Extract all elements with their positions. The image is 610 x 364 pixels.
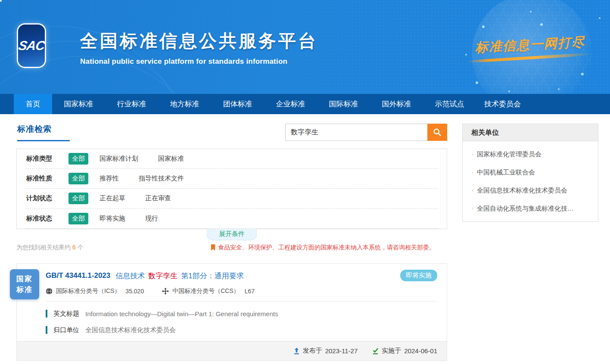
nav-item-pilot[interactable]: 示范试点 xyxy=(423,94,476,114)
brand-text: 全国标准信息公共服务平台 National public service pla… xyxy=(80,29,318,66)
status-badge: 即将实施 xyxy=(400,270,437,281)
list-bullet: · xyxy=(471,205,473,212)
type-badge-line2: 标准 xyxy=(16,284,33,295)
results-count: 为您找到相关结果约6个 xyxy=(16,244,84,252)
filter-option[interactable]: 正在审查 xyxy=(145,194,171,202)
nav-item-industry-standards[interactable]: 行业标准 xyxy=(105,94,158,114)
content-column: 标准检索 标准类型 全部 国家标准计划 国家标准 标准性质 全部 xyxy=(16,114,447,361)
filter-label: 标准类型 xyxy=(25,155,59,163)
classification-row: 国际标准分类号（ICS） 35.020 中国标准分类号（CCS） L67 xyxy=(46,287,437,295)
filter-option[interactable]: 正在起草 xyxy=(100,194,125,202)
sidebar-item-label: 国家标准化管理委员会 xyxy=(477,150,542,158)
site-title: 全国标准信息公共服务平台 xyxy=(80,29,318,53)
standard-title-part2[interactable]: 第1部分：通用要求 xyxy=(181,271,243,281)
implement-check-icon xyxy=(372,348,379,355)
nav-item-home[interactable]: 首页 xyxy=(14,94,52,114)
search-button[interactable] xyxy=(427,124,447,141)
filter-option[interactable]: 国家标准 xyxy=(158,155,184,163)
filter-row-standard-type: 标准类型 全部 国家标准计划 国家标准 xyxy=(25,149,438,169)
filter-panel: 标准类型 全部 国家标准计划 国家标准 标准性质 全部 推荐性 指导性技术文件 … xyxy=(16,149,447,229)
notice-banner: 食品安全、环境保护、工程建设方面的国家标准未纳入本系统，请咨询相关部委。 xyxy=(211,244,447,252)
standard-code-link[interactable]: GB/T 43441.1-2023 xyxy=(46,271,110,280)
main-content: 标准检索 标准类型 全部 国家标准计划 国家标准 标准性质 全部 xyxy=(0,114,610,364)
page-title: 标准检索 xyxy=(17,124,52,134)
search-input[interactable] xyxy=(285,124,427,141)
ics-value: 35.020 xyxy=(125,288,144,295)
results-count-prefix: 为您找到相关结果约 xyxy=(16,244,71,251)
filter-option[interactable]: 现行 xyxy=(145,215,158,223)
field-centralized-unit: 归口单位 全国信息技术标准化技术委员会 xyxy=(46,326,437,334)
bookmark-icon xyxy=(211,244,215,251)
implement-date-item: 实施于 2024-06-01 xyxy=(372,347,437,355)
filter-option[interactable]: 推荐性 xyxy=(100,174,119,183)
related-units-list: ·国家标准化管理委员会 ·中国机械工业联合会 ·全国信息技术标准化技术委员会 ·… xyxy=(463,141,598,221)
ccs-group: 中国标准分类号（CCS） L67 xyxy=(162,287,255,295)
standard-type-badge: 国家 标准 xyxy=(10,269,39,299)
filter-row-plan-status: 计划状态 全部 正在起草 正在审查 xyxy=(25,189,438,208)
list-bullet: · xyxy=(471,168,473,176)
filter-row-standard-nature: 标准性质 全部 推荐性 指导性技术文件 xyxy=(25,169,438,189)
filter-label: 标准状态 xyxy=(25,215,59,223)
publish-date: 2023-11-27 xyxy=(325,347,358,355)
globe-icon xyxy=(46,288,53,295)
nav-item-international-standards[interactable]: 国际标准 xyxy=(317,94,370,114)
field-marker-bar xyxy=(46,326,47,334)
site-subtitle: National public service platform for sta… xyxy=(80,57,318,66)
card-divider xyxy=(46,301,437,302)
sac-logo: SAC xyxy=(18,25,45,67)
related-units-panel: 相关单位 ·国家标准化管理委员会 ·中国机械工业联合会 ·全国信息技术标准化技术… xyxy=(462,124,598,222)
ccs-label: 中国标准分类号（CCS） xyxy=(172,287,240,295)
sidebar-item-automation-committee[interactable]: ·全国自动化系统与集成标准化技… xyxy=(463,199,598,218)
search-box xyxy=(285,124,447,141)
compass-move-icon xyxy=(162,288,169,295)
filter-option[interactable]: 国家标准计划 xyxy=(100,155,138,163)
nav-item-foreign-standards[interactable]: 国外标准 xyxy=(370,94,423,114)
notice-text: 食品安全、环境保护、工程建设方面的国家标准未纳入本系统，请咨询相关部委。 xyxy=(218,244,435,252)
site-header: SAC 全国标准信息公共服务平台 National public service… xyxy=(0,0,610,94)
implement-date: 2024-06-01 xyxy=(404,347,437,355)
nav-item-national-standards[interactable]: 国家标准 xyxy=(52,94,105,114)
standard-result-card: 国家 标准 GB/T 43441.1-2023 信息技术 数字孪生 第1部分：通… xyxy=(16,263,447,361)
filter-row-standard-status: 标准状态 全部 即将实施 现行 xyxy=(25,209,438,229)
expand-conditions-button[interactable]: 展开条件 xyxy=(207,229,257,240)
section-tab-search: 标准检索 xyxy=(17,124,70,141)
results-count-suffix: 个 xyxy=(78,244,84,251)
sparkle-dots xyxy=(0,0,2,2)
nav-item-enterprise-standards[interactable]: 企业标准 xyxy=(264,94,317,114)
nav-item-group-standards[interactable]: 团体标准 xyxy=(211,94,264,114)
results-row: 为您找到相关结果约6个 食品安全、环境保护、工程建设方面的国家标准未纳入本系统，… xyxy=(16,244,447,252)
search-row: 标准检索 xyxy=(16,114,447,149)
ccs-value: L67 xyxy=(245,288,255,295)
card-footer: 发布于 2023-11-27 实施于 2024-06-01 xyxy=(17,341,447,361)
filter-all-button[interactable]: 全部 xyxy=(68,213,88,224)
related-units-title: 相关单位 xyxy=(463,124,598,141)
sidebar-item-it-standardization-committee[interactable]: ·全国信息技术标准化技术委员会 xyxy=(463,181,598,199)
sidebar-item-label: 全国自动化系统与集成标准化技… xyxy=(477,205,574,212)
field-value: Information technology—Digital twin—Part… xyxy=(85,310,278,317)
field-english-title: 英文标题 Information technology—Digital twin… xyxy=(46,310,437,318)
field-marker-bar xyxy=(46,310,47,317)
standard-title-part1[interactable]: 信息技术 xyxy=(115,271,145,281)
card-title-row: GB/T 43441.1-2023 信息技术 数字孪生 第1部分：通用要求 即将… xyxy=(46,270,437,282)
standard-title-highlight[interactable]: 数字孪生 xyxy=(148,271,177,281)
sac-logo-text: SAC xyxy=(17,38,46,53)
type-badge-line1: 国家 xyxy=(16,274,33,284)
card-body: GB/T 43441.1-2023 信息技术 数字孪生 第1部分：通用要求 即将… xyxy=(17,264,447,341)
publish-label: 发布于 xyxy=(303,347,322,355)
filter-all-button[interactable]: 全部 xyxy=(68,153,88,165)
implement-label: 实施于 xyxy=(382,347,401,355)
nav-item-technical-committee[interactable]: 技术委员会 xyxy=(476,94,529,114)
sidebar-item-sac[interactable]: ·国家标准化管理委员会 xyxy=(463,145,598,163)
publish-date-item: 发布于 2023-11-27 xyxy=(293,347,358,355)
filter-all-button[interactable]: 全部 xyxy=(68,193,88,204)
sidebar-item-machinery-federation[interactable]: ·中国机械工业联合会 xyxy=(463,163,598,181)
nav-item-local-standards[interactable]: 地方标准 xyxy=(158,94,211,114)
filter-option[interactable]: 指导性技术文件 xyxy=(139,174,184,183)
filter-option[interactable]: 即将实施 xyxy=(100,215,125,223)
results-count-number: 6 xyxy=(72,244,76,251)
search-icon xyxy=(433,128,442,137)
field-label: 归口单位 xyxy=(53,326,79,334)
ics-label: 国际标准分类号（ICS） xyxy=(56,287,120,295)
sidebar-item-label: 中国机械工业联合会 xyxy=(477,168,535,176)
filter-all-button[interactable]: 全部 xyxy=(68,173,88,184)
